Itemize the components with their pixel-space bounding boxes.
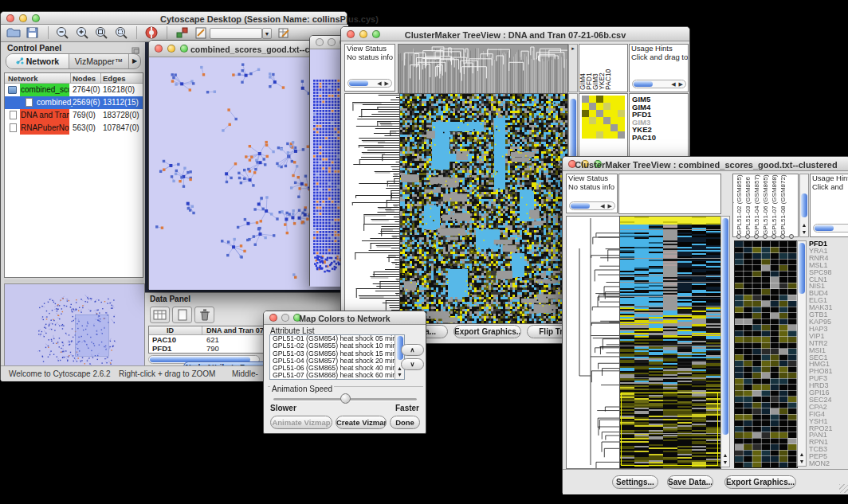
- done-button[interactable]: Done: [390, 416, 420, 429]
- matrix-cell[interactable]: [618, 103, 625, 110]
- matrix-cell[interactable]: [610, 131, 618, 139]
- matrix-cell[interactable]: [582, 117, 589, 124]
- column-label[interactable]: PAC10: [611, 45, 618, 92]
- matrix-cell[interactable]: [618, 96, 625, 103]
- settings-button[interactable]: Settings...: [612, 475, 658, 489]
- matrix-cell[interactable]: [582, 124, 589, 131]
- matrix-cell[interactable]: [589, 117, 596, 124]
- matrix-cell[interactable]: [582, 96, 589, 103]
- export-graphics-button[interactable]: Export Graphics...: [453, 325, 521, 338]
- minimize-button[interactable]: [19, 14, 27, 22]
- panel-splitter[interactable]: [4, 279, 143, 283]
- matrix-cell[interactable]: [603, 117, 610, 124]
- matrix-cell[interactable]: [603, 131, 610, 139]
- matrix-cell[interactable]: [596, 117, 603, 124]
- minimize-button[interactable]: [167, 45, 175, 53]
- id-column-header[interactable]: ID: [167, 326, 174, 335]
- scroll-down-arrow[interactable]: ▼: [721, 459, 729, 466]
- heatmap-zoom-view[interactable]: [734, 240, 798, 468]
- annotation-icon[interactable]: [194, 25, 210, 41]
- attribute-listbox[interactable]: GPL51-01 (GSM854) heat shock 05 minGPL51…: [269, 334, 405, 380]
- move-down-button[interactable]: ∨: [401, 358, 424, 370]
- scroll-up-arrow[interactable]: ▲: [721, 452, 729, 459]
- scroll-down-arrow[interactable]: ▼: [800, 229, 808, 236]
- matrix-cell[interactable]: [603, 110, 610, 117]
- list-vscrollbar[interactable]: ▲ ▼: [395, 335, 404, 379]
- matrix-cell[interactable]: [610, 110, 618, 117]
- matrix-cell[interactable]: [618, 117, 625, 124]
- column-header-network[interactable]: Network: [8, 73, 37, 84]
- view-status-hscrollbar[interactable]: ◀ ▶: [569, 201, 615, 210]
- column-labels-vscrollbar[interactable]: ▲ ▼: [799, 174, 809, 237]
- close-button[interactable]: [155, 45, 163, 53]
- row-label[interactable]: PAC10: [632, 134, 688, 142]
- matrix-cell[interactable]: [618, 110, 625, 117]
- trash-icon[interactable]: [194, 307, 214, 323]
- global-vscrollbar[interactable]: ▲ ▼: [720, 216, 730, 467]
- matrix-cell[interactable]: [610, 117, 618, 124]
- treeview1-title-bar[interactable]: ClusterMaker TreeView : DNA and Tran 07-…: [341, 27, 689, 41]
- tab-network[interactable]: Network: [6, 54, 69, 68]
- matrix-cell[interactable]: [596, 110, 603, 117]
- open-folder-icon[interactable]: [6, 25, 22, 41]
- matrix-cell[interactable]: [596, 124, 603, 131]
- create-vizmap-button[interactable]: Create Vizmap: [336, 416, 387, 429]
- birdseye-view[interactable]: [4, 283, 145, 367]
- help-lifering-icon[interactable]: [144, 25, 160, 41]
- new-document-icon[interactable]: [172, 307, 192, 323]
- move-up-button[interactable]: ∧: [401, 344, 424, 356]
- matrix-cell[interactable]: [596, 96, 603, 103]
- scrollbar-thumb[interactable]: [722, 218, 728, 435]
- treeview2-title-bar[interactable]: ClusterMaker TreeView : combined_scores_…: [563, 157, 848, 171]
- scrollbar-thumb[interactable]: [801, 193, 807, 217]
- plugin-manager-icon[interactable]: [175, 25, 190, 41]
- tab-vizmapper[interactable]: VizMapper™: [69, 54, 129, 68]
- animate-vizmap-button[interactable]: Animate Vizmap: [270, 416, 332, 429]
- matrix-cell[interactable]: [589, 96, 596, 103]
- column-tree-scroll-strip[interactable]: ▸: [568, 44, 578, 92]
- matrix-cell[interactable]: [589, 103, 596, 110]
- matrix-cell[interactable]: [610, 103, 618, 110]
- matrix-cell[interactable]: [610, 96, 618, 103]
- scrollbar-thumb[interactable]: [799, 243, 805, 294]
- matrix-cell[interactable]: [589, 131, 596, 139]
- zoom-button[interactable]: [32, 14, 40, 22]
- tab-overflow-arrow[interactable]: ▶: [129, 54, 140, 68]
- table-icon[interactable]: [150, 307, 170, 323]
- matrix-cell[interactable]: [582, 103, 589, 110]
- network-list-row[interactable]: combined_sco 2569(6) 13112(15): [5, 96, 143, 109]
- heatmap-global-view[interactable]: [399, 93, 568, 324]
- scroll-down-arrow[interactable]: ▼: [395, 372, 404, 378]
- zoom-fit-icon[interactable]: [94, 25, 110, 41]
- view-status-hscrollbar[interactable]: ◀ ▶: [347, 79, 392, 88]
- resize-grip[interactable]: [839, 484, 848, 493]
- correlation-zoom-matrix[interactable]: [582, 96, 625, 139]
- search-input[interactable]: [210, 28, 262, 39]
- save-data-button[interactable]: Save Data...: [667, 475, 713, 489]
- scroll-up-arrow[interactable]: ▲: [798, 451, 806, 458]
- heatmap-global-view[interactable]: [619, 216, 721, 469]
- matrix-cell[interactable]: [618, 124, 625, 131]
- matrix-cell[interactable]: [603, 96, 610, 103]
- network-list-row[interactable]: DNA and Tran 07 769(0) 183728(0): [5, 109, 143, 122]
- matrix-cell[interactable]: [582, 110, 589, 117]
- matrix-cell[interactable]: [603, 103, 610, 110]
- save-icon[interactable]: [25, 25, 41, 41]
- network-list-row[interactable]: combined_scores 2764(0) 16218(0): [5, 84, 143, 96]
- scroll-up-arrow[interactable]: ▲: [800, 222, 808, 229]
- attribute-item[interactable]: GPL51-07 (GSM868) heat shock 60 min: [270, 372, 404, 379]
- matrix-cell[interactable]: [603, 124, 610, 131]
- matrix-cell[interactable]: [610, 124, 618, 131]
- zoom-selected-icon[interactable]: [114, 25, 130, 41]
- row-dendrogram[interactable]: [566, 216, 620, 469]
- matrix-cell[interactable]: [618, 131, 625, 139]
- matrix-cell[interactable]: [596, 131, 603, 139]
- search-dropdown-arrow[interactable]: ▼: [262, 28, 272, 39]
- column-dendrogram[interactable]: [398, 44, 568, 94]
- slider-thumb[interactable]: [340, 393, 351, 404]
- main-title-bar[interactable]: Cytoscape Desktop (Session Name: collins…: [1, 12, 347, 25]
- zoom-vscrollbar[interactable]: ▲ ▼: [797, 240, 807, 467]
- attribute-editor-icon[interactable]: [277, 25, 292, 41]
- gene-label[interactable]: MON2: [809, 460, 848, 467]
- minimize-button[interactable]: [328, 38, 336, 46]
